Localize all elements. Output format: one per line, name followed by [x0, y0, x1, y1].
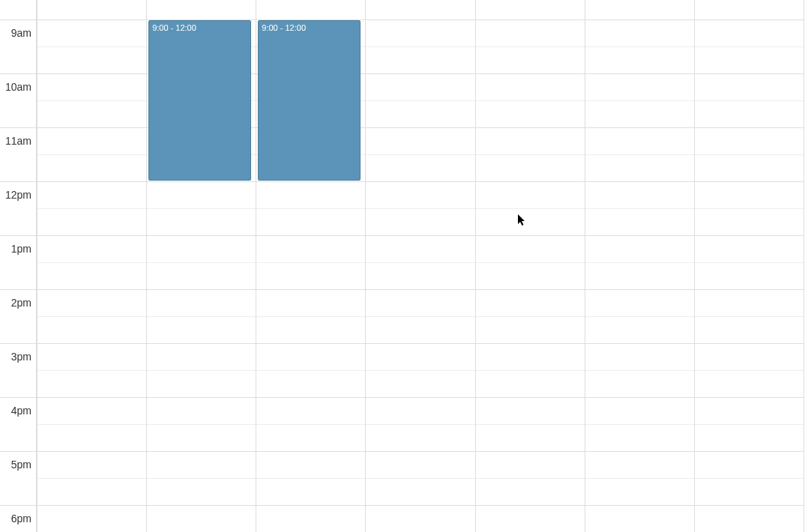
time-label: 9am [11, 27, 31, 39]
calendar-event[interactable]: 9:00 - 12:00 [258, 20, 361, 181]
day-column[interactable]: 9:00 - 12:00 [256, 0, 365, 532]
day-column[interactable] [365, 0, 474, 532]
time-label: 5pm [11, 459, 31, 471]
event-time-label: 9:00 - 12:00 [152, 23, 196, 32]
time-label: 11am [5, 135, 31, 147]
day-column[interactable] [585, 0, 694, 532]
time-label: 1pm [11, 243, 31, 255]
day-column[interactable] [37, 0, 146, 532]
day-gridline [804, 0, 804, 532]
day-column[interactable] [694, 0, 804, 532]
time-label: 12pm [5, 189, 31, 201]
day-column[interactable]: 9:00 - 12:00 [146, 0, 256, 532]
time-label: 6pm [11, 513, 31, 525]
time-label: 10am [5, 81, 31, 93]
time-gutter: 9am10am11am12pm1pm2pm3pm4pm5pm6pm [0, 0, 37, 532]
calendar-week-view: 9am10am11am12pm1pm2pm3pm4pm5pm6pm 9:00 -… [0, 0, 811, 532]
time-label: 2pm [11, 297, 31, 309]
calendar-grid[interactable]: 9:00 - 12:009:00 - 12:00 [37, 0, 804, 532]
time-label: 4pm [11, 405, 31, 417]
event-time-label: 9:00 - 12:00 [262, 23, 306, 32]
time-label: 3pm [11, 351, 31, 363]
calendar-event[interactable]: 9:00 - 12:00 [148, 20, 251, 181]
day-column[interactable] [475, 0, 585, 532]
